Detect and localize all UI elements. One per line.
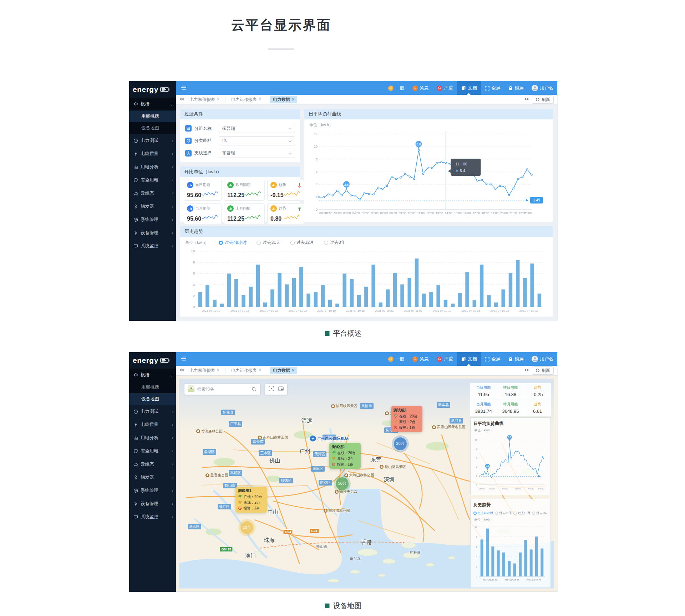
- sidebar-group-overview[interactable]: 概括⌄: [129, 98, 176, 111]
- sidebar-item[interactable]: 用电分析‹: [129, 431, 176, 445]
- refresh-button[interactable]: 刷新: [532, 366, 554, 375]
- close-icon[interactable]: ×: [292, 368, 294, 373]
- sidebar-item[interactable]: 系统管理‹: [129, 213, 176, 226]
- sidebar-item[interactable]: 云组态‹: [129, 458, 176, 471]
- search-icon[interactable]: [252, 387, 257, 392]
- tab-1[interactable]: 电力运作报表×: [228, 367, 264, 374]
- sidebar-item[interactable]: 安全用电‹: [129, 174, 176, 187]
- caption-platform-overview: 平台概述: [325, 329, 362, 338]
- sidebar-item-energy-overview[interactable]: 用能概括: [129, 111, 176, 122]
- branch-icon: [186, 151, 191, 155]
- close-icon[interactable]: ×: [217, 368, 219, 373]
- svg-text:01:00: 01:00: [489, 487, 495, 490]
- tab-2[interactable]: 电力数据×: [270, 96, 297, 103]
- radio-option[interactable]: 过去3年: [532, 511, 547, 515]
- lock-screen-button[interactable]: 锁屏: [504, 81, 528, 95]
- sidebar-item[interactable]: 电力测试‹: [129, 134, 176, 147]
- device-cluster-marker[interactable]: 20台: [240, 521, 253, 534]
- sidebar-group-overview[interactable]: 概括⌄: [129, 369, 176, 381]
- docs-button[interactable]: 文档: [457, 81, 481, 95]
- tab-1[interactable]: 电力运作报表×: [228, 96, 264, 103]
- svg-text:8: 8: [193, 260, 195, 264]
- poi-icon: [432, 425, 436, 429]
- alert-item[interactable]: 紧急: [409, 81, 433, 95]
- backward-button[interactable]: [179, 368, 184, 373]
- device-group-popup[interactable]: 测试组1在线：20台离线：2台报警：1条: [235, 487, 267, 513]
- radio-option[interactable]: 过去48小时: [473, 511, 493, 515]
- sidebar-item[interactable]: 电力测试‹: [129, 405, 176, 418]
- device-group-popup[interactable]: 测试组1在线：20台离线：2台报警：1条: [329, 443, 361, 469]
- sidebar-item[interactable]: 系统管理‹: [129, 484, 176, 497]
- sidebar-item[interactable]: 电能质量‹: [129, 418, 176, 431]
- backward-button[interactable]: [179, 97, 184, 102]
- alert-item[interactable]: 严重: [433, 81, 457, 95]
- sidebar-item[interactable]: 用电分析‹: [129, 160, 176, 174]
- menu-toggle[interactable]: [181, 356, 187, 362]
- district-label: 怀集县: [221, 410, 235, 415]
- poi-label: 盈香生态园: [206, 473, 228, 478]
- radio-option[interactable]: 过去48小时: [219, 240, 247, 246]
- trend-up-icon: [298, 206, 301, 212]
- search-input[interactable]: 搜索设备: [197, 386, 249, 392]
- forward-button[interactable]: [525, 368, 529, 373]
- device-group-popup[interactable]: 测试组1在线：20台离线：2台报警：1条: [391, 406, 422, 432]
- close-icon[interactable]: ×: [259, 97, 261, 102]
- sidebar-item[interactable]: 电能质量‹: [129, 147, 176, 160]
- device-cluster-marker[interactable]: 30台: [336, 477, 349, 490]
- sidebar-item-device-map[interactable]: 设备地图: [129, 393, 176, 405]
- close-icon[interactable]: ×: [259, 368, 261, 373]
- docs-button[interactable]: 文档: [457, 352, 481, 366]
- refresh-icon: [536, 368, 540, 373]
- sidebar-item[interactable]: 系统监控‹: [129, 510, 176, 524]
- poi-icon: [206, 473, 209, 477]
- tab-2[interactable]: 电力数据×: [270, 367, 297, 374]
- filter-select[interactable]: 拓普瑞: [219, 124, 295, 133]
- filter-select[interactable]: 电: [219, 136, 295, 145]
- sidebar-item[interactable]: 系统监控‹: [129, 240, 176, 253]
- radio-option[interactable]: 过去31天: [257, 240, 280, 246]
- tab-0[interactable]: 电力极值报表×: [187, 367, 222, 374]
- sidebar-item[interactable]: 触发器‹: [129, 471, 176, 484]
- radio-option[interactable]: 过去31天: [495, 511, 512, 515]
- radio-option[interactable]: 过去3年: [324, 240, 345, 246]
- radio-option[interactable]: 过去12月: [513, 511, 530, 515]
- sidebar-item[interactable]: 云组态‹: [129, 187, 176, 200]
- sidebar-item-energy-overview[interactable]: 用能概括: [129, 381, 176, 393]
- lock-screen-button[interactable]: 锁屏: [504, 352, 528, 366]
- overview-window-button[interactable]: [278, 386, 284, 392]
- alert-item[interactable]: 紧急: [409, 352, 433, 366]
- forward-button[interactable]: [525, 97, 529, 102]
- radio-option[interactable]: 过去12月: [290, 240, 314, 246]
- alert-item[interactable]: 一般: [384, 81, 409, 95]
- frame-select-button[interactable]: [269, 386, 274, 392]
- close-icon[interactable]: ×: [217, 97, 219, 102]
- sidebar-item[interactable]: 触发器‹: [129, 200, 176, 213]
- sidebar-item[interactable]: 设备管理‹: [129, 226, 176, 240]
- svg-text:20:00: 20:00: [500, 211, 508, 215]
- svg-text:00:00: 00:00: [479, 487, 485, 490]
- refresh-button[interactable]: 刷新: [532, 96, 554, 104]
- alert-item[interactable]: 严重: [433, 352, 457, 366]
- alert-item[interactable]: 一般: [384, 352, 409, 366]
- user-menu[interactable]: 用户名: [528, 352, 558, 366]
- fullscreen-button[interactable]: 全屏: [481, 352, 504, 366]
- poi-label: 南沙天后宫: [335, 489, 357, 494]
- picture-in-picture-icon[interactable]: [278, 386, 284, 391]
- filter-select[interactable]: 拓普瑞: [219, 149, 295, 158]
- sidebar-item-device-map[interactable]: 设备地图: [129, 122, 176, 134]
- device-map[interactable]: 怀集县广宁县四会市三水区鼎湖区高明区鹤山市蓬江区新会区花都区从化区天河区番禺区南…: [179, 379, 554, 589]
- poi-icon: [324, 509, 328, 513]
- menu-toggle[interactable]: [181, 85, 187, 91]
- sidebar-item[interactable]: 设备管理‹: [129, 497, 176, 510]
- frame-select-icon[interactable]: [269, 386, 274, 391]
- tab-0[interactable]: 电力极值报表×: [187, 96, 222, 103]
- sidebar-item[interactable]: 安全用电‹: [129, 445, 176, 458]
- device-cluster-marker[interactable]: 30台: [394, 437, 407, 450]
- stat-card: 上月同期112.25: [224, 203, 265, 224]
- fullscreen-button[interactable]: 全屏: [481, 81, 504, 95]
- bell-icon: [388, 356, 394, 362]
- close-icon[interactable]: ×: [292, 97, 294, 102]
- map-thumbnail-icon: [188, 385, 194, 393]
- map-history-chart: 02468102021-07-10 102021-07-10 182021-07…: [473, 523, 548, 583]
- user-menu[interactable]: 用户名: [528, 81, 558, 95]
